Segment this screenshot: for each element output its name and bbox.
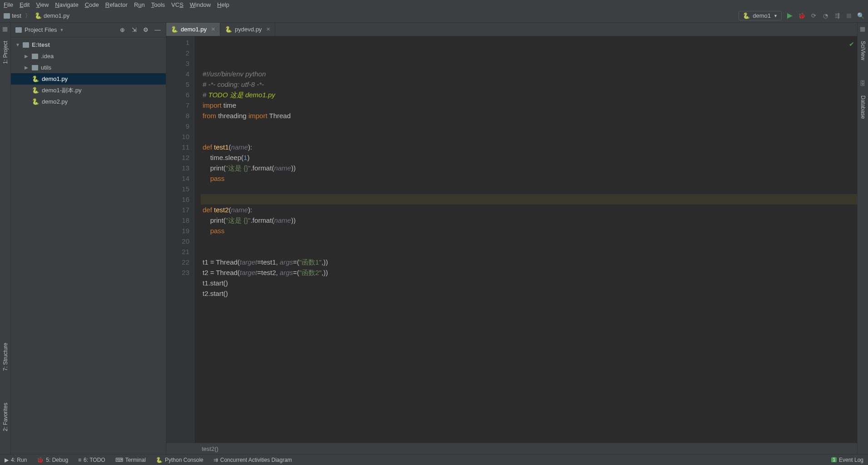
run-tool[interactable]: ▶4: Run: [5, 457, 27, 463]
code-line[interactable]: import time: [203, 100, 857, 110]
code-line[interactable]: [203, 299, 857, 309]
code-line[interactable]: [203, 184, 857, 194]
debug-button[interactable]: 🐞: [798, 12, 805, 20]
line-number[interactable]: 6: [166, 90, 189, 100]
menu-help[interactable]: Help: [217, 1, 229, 8]
project-tab[interactable]: 1: Project: [1, 38, 10, 67]
fold-column[interactable]: [194, 36, 201, 443]
line-number[interactable]: 5: [166, 79, 189, 90]
line-number[interactable]: 18: [166, 215, 189, 225]
editor-body[interactable]: 1234567891011121314151617181920212223 ✔ …: [166, 36, 857, 443]
terminal-tool[interactable]: ⌨Terminal: [115, 457, 146, 463]
line-number[interactable]: 17: [166, 205, 189, 215]
database-icon[interactable]: 🗄: [860, 80, 866, 86]
line-number[interactable]: 12: [166, 152, 189, 163]
editor-tab[interactable]: 🐍demo1.py✕: [166, 23, 220, 36]
code-line[interactable]: [203, 246, 857, 257]
project-icon[interactable]: ▦: [2, 25, 9, 32]
collapse-icon[interactable]: ⇲: [130, 26, 138, 34]
tree-item[interactable]: ▶.idea: [11, 50, 166, 62]
line-number[interactable]: 13: [166, 163, 189, 173]
menu-edit[interactable]: Edit: [20, 1, 30, 8]
tree-item[interactable]: 🐍demo2.py: [11, 96, 166, 107]
code-line[interactable]: [203, 236, 857, 246]
python-console-tool[interactable]: 🐍Python Console: [156, 457, 203, 463]
code-line[interactable]: [203, 131, 857, 142]
code-line[interactable]: pass: [203, 225, 857, 236]
line-number[interactable]: 9: [166, 121, 189, 131]
editor-tab[interactable]: 🐍pydevd.py✕: [220, 23, 275, 36]
stop-button[interactable]: [845, 12, 853, 20]
menu-navigate[interactable]: Navigate: [55, 1, 78, 8]
line-number[interactable]: 15: [166, 184, 189, 194]
menu-code[interactable]: Code: [85, 1, 99, 8]
database-tab[interactable]: Database: [859, 93, 867, 121]
line-number[interactable]: 2: [166, 48, 189, 58]
tree-item[interactable]: ▶utils: [11, 62, 166, 73]
line-number[interactable]: 20: [166, 236, 189, 246]
menu-tools[interactable]: Tools: [151, 1, 165, 8]
sciview-tab[interactable]: SciView: [859, 38, 867, 63]
line-number[interactable]: 7: [166, 100, 189, 110]
line-number[interactable]: 11: [166, 142, 189, 152]
menu-refactor[interactable]: Refactor: [105, 1, 128, 8]
expand-arrow-icon[interactable]: ▶: [25, 65, 29, 70]
concurrency-button[interactable]: ⇶: [833, 12, 841, 20]
breadcrumb-root[interactable]: test: [4, 12, 21, 19]
code-line[interactable]: t2 = Thread(target=test2, args=("函数2",)): [203, 267, 857, 278]
menu-view[interactable]: View: [36, 1, 49, 8]
code-line[interactable]: from threading import Thread: [203, 110, 857, 121]
profile-button[interactable]: ◔: [822, 12, 829, 20]
structure-tab[interactable]: 7: Structure: [1, 340, 10, 374]
search-everywhere-button[interactable]: 🔍: [857, 12, 864, 20]
run-configuration-selector[interactable]: 🐍 demo1 ▼: [739, 11, 782, 20]
menu-window[interactable]: Window: [190, 1, 211, 8]
line-number[interactable]: 22: [166, 257, 189, 267]
inspection-ok-icon[interactable]: ✔: [849, 39, 854, 50]
code-line[interactable]: def test1(name):: [203, 142, 857, 152]
todo-tool[interactable]: ≡6: TODO: [78, 457, 105, 463]
editor-breadcrumb-item[interactable]: test2(): [202, 445, 218, 452]
hide-icon[interactable]: —: [154, 26, 161, 34]
run-button[interactable]: [786, 12, 794, 20]
editor-breadcrumb-bar[interactable]: test2(): [166, 443, 857, 454]
breadcrumb-file[interactable]: 🐍 demo1.py: [35, 12, 69, 19]
line-number[interactable]: 1: [166, 37, 189, 48]
tree-item[interactable]: 🐍demo1-副本.py: [11, 85, 166, 96]
menu-vcs[interactable]: VCS: [171, 1, 184, 8]
run-with-coverage-button[interactable]: ⟳: [810, 12, 817, 20]
code-line[interactable]: t2.start(): [203, 288, 857, 299]
line-number[interactable]: 16: [166, 194, 189, 205]
code-line[interactable]: def test2(name):: [203, 205, 857, 215]
line-number[interactable]: 23: [166, 267, 189, 278]
settings-icon[interactable]: ⚙: [142, 26, 149, 34]
code-line[interactable]: [203, 121, 857, 131]
menu-file[interactable]: File: [4, 1, 13, 8]
close-icon[interactable]: ✕: [211, 26, 215, 32]
line-number[interactable]: 4: [166, 69, 189, 79]
line-number[interactable]: 19: [166, 225, 189, 236]
line-number[interactable]: 14: [166, 173, 189, 184]
code-line[interactable]: print("这是 {}".format(name)): [203, 215, 857, 225]
code-line[interactable]: print("这是 {}".format(name)): [203, 163, 857, 173]
project-view-selector[interactable]: Project Files ▼: [15, 26, 115, 33]
code-line[interactable]: t1 = Thread(target=test1, args=("函数1",)): [203, 257, 857, 267]
favorites-tab[interactable]: 2: Favorites: [1, 400, 10, 434]
code-line[interactable]: #!/usr/bin/env python: [203, 69, 857, 79]
concurrent-tool[interactable]: ⇉Concurrent Activities Diagram: [213, 457, 292, 463]
menu-run[interactable]: Run: [134, 1, 145, 8]
code-line[interactable]: # -*- coding: utf-8 -*-: [203, 79, 857, 90]
line-number[interactable]: 3: [166, 58, 189, 69]
code-line[interactable]: [203, 194, 857, 205]
debug-tool[interactable]: 🐞5: Debug: [37, 457, 68, 463]
line-number[interactable]: 10: [166, 131, 189, 142]
code-line[interactable]: t1.start(): [203, 278, 857, 288]
code-content[interactable]: ✔ #!/usr/bin/env python# -*- coding: utf…: [201, 36, 857, 443]
code-line[interactable]: # TODO 这是 demo1.py: [203, 90, 857, 100]
expand-arrow-icon[interactable]: ▼: [15, 42, 20, 47]
locate-icon[interactable]: ⊕: [119, 26, 126, 34]
code-line[interactable]: pass: [203, 173, 857, 184]
event-log-tool[interactable]: 1 Event Log: [831, 457, 863, 463]
close-icon[interactable]: ✕: [266, 26, 270, 32]
grid-icon[interactable]: ▦: [860, 25, 866, 32]
